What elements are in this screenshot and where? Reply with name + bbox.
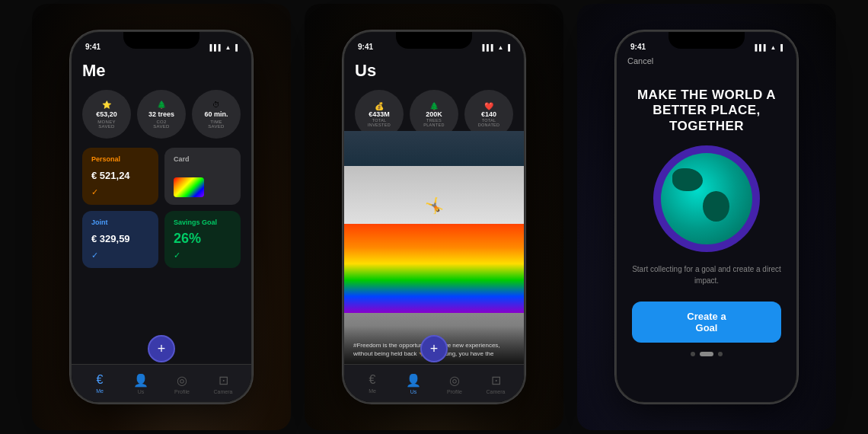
stat-money-saved: ⭐ €53,20 MONEYSAVED <box>82 90 131 139</box>
jump-figure: 🤸 <box>425 196 444 215</box>
wifi-icon-3: ▲ <box>770 44 776 51</box>
notch-2 <box>396 32 472 49</box>
tab-us-label-2: Us <box>410 389 417 394</box>
globe-container <box>657 149 756 248</box>
signal-icon-2: ▌▌▌ <box>482 44 495 51</box>
tab-profile-label-2: Profile <box>447 389 462 394</box>
tab-me-2[interactable]: € Me <box>352 373 393 394</box>
world-description: Start collecting for a goal and create a… <box>632 263 781 286</box>
battery-icon-1: ▐ <box>233 44 238 51</box>
tab-bar-1: € Me 👤 Us ◎ Profile ⊡ Camera <box>72 364 251 402</box>
tab-us-icon-2: 👤 <box>406 373 421 388</box>
tree-icon-2: 🌲 <box>429 102 439 110</box>
status-icons-2: ▌▌▌ ▲ ▐ <box>482 44 510 51</box>
world-content: Make the World a Better Place, Together … <box>617 53 796 402</box>
tab-camera-1[interactable]: ⊡ Camera <box>203 373 244 394</box>
tab-camera-label-2: Camera <box>487 389 506 394</box>
tab-profile-2[interactable]: ◎ Profile <box>434 373 475 394</box>
clock-icon: ⏱ <box>212 101 220 109</box>
us-title: Us <box>355 61 513 81</box>
phone-1: 9:41 ▌▌▌ ▲ ▐ Me ⭐ €53,20 MONEYSAVED <box>70 30 253 404</box>
phone-2-wrapper: 9:41 ▌▌▌ ▲ ▐ Us 💰 €433M TOTALINVESTED <box>305 4 563 430</box>
tab-camera-2[interactable]: ⊡ Camera <box>475 373 516 394</box>
signal-icon-3: ▌▌▌ <box>755 44 767 51</box>
stat-money-label: MONEYSAVED <box>97 120 116 129</box>
phone-2: 9:41 ▌▌▌ ▲ ▐ Us 💰 €433M TOTALINVESTED <box>343 30 525 404</box>
me-screen: 9:41 ▌▌▌ ▲ ▐ Me ⭐ €53,20 MONEYSAVED <box>72 32 251 402</box>
stat-invested-label: TOTALINVESTED <box>368 118 391 127</box>
tab-us-icon-1: 👤 <box>133 373 148 388</box>
battery-icon-3: ▐ <box>778 44 783 51</box>
heart-icon: ❤️ <box>484 102 493 110</box>
tab-profile-icon-2: ◎ <box>449 373 460 388</box>
wifi-icon-1: ▲ <box>225 44 231 51</box>
stat-money-value: €53,20 <box>96 110 117 118</box>
stat-donated-value: €140 <box>481 110 496 118</box>
savings-pct: 26% <box>174 231 231 247</box>
globe <box>661 153 752 244</box>
me-title: Me <box>82 61 241 81</box>
tab-camera-icon-2: ⊡ <box>491 373 501 388</box>
savings-check: ✓ <box>174 251 231 260</box>
tab-camera-icon-1: ⊡ <box>219 373 228 388</box>
joint-check: ✓ <box>91 251 149 260</box>
status-icons-1: ▌▌▌ ▲ ▐ <box>209 44 238 51</box>
tab-camera-label-1: Camera <box>214 389 233 394</box>
phone-1-wrapper: 9:41 ▌▌▌ ▲ ▐ Me ⭐ €53,20 MONEYSAVED <box>32 4 291 430</box>
notch-1 <box>123 32 199 49</box>
stat-co2-label: CO2SAVED <box>153 120 169 129</box>
joint-card[interactable]: Joint € 329,59 ✓ <box>82 211 158 268</box>
tab-profile-label-1: Profile <box>174 389 190 394</box>
pagination-dots <box>691 352 723 356</box>
status-time-1: 9:41 <box>85 43 101 51</box>
phone-3: 9:41 ▌▌▌ ▲ ▐ Cancel Make the World a Bet… <box>615 30 798 404</box>
stat-invested-value: €433M <box>369 110 390 118</box>
photo-feed: 🤸 #Freedom is the opportunity to have ne… <box>344 131 524 364</box>
card-account[interactable]: Card <box>164 148 241 205</box>
euro-icon: ⭐ <box>102 101 111 109</box>
tab-me-label-2: Me <box>369 388 376 394</box>
tab-us-2[interactable]: 👤 Us <box>393 373 434 394</box>
stat-time-saved: ⏱ 60 min. TIMESAVED <box>192 90 241 139</box>
fab-2[interactable]: + <box>420 335 448 362</box>
tab-profile-icon-1: ◎ <box>177 373 187 388</box>
tree-icon-1: 🌲 <box>157 101 166 109</box>
tab-profile-1[interactable]: ◎ Profile <box>161 373 203 394</box>
dot-1 <box>691 352 695 356</box>
personal-label: Personal <box>91 155 149 163</box>
status-icons-3: ▌▌▌ ▲ ▐ <box>755 44 783 51</box>
world-screen: 9:41 ▌▌▌ ▲ ▐ Cancel Make the World a Bet… <box>617 32 796 402</box>
savings-card[interactable]: Savings Goal 26% ✓ <box>164 211 241 268</box>
us-screen: 9:41 ▌▌▌ ▲ ▐ Us 💰 €433M TOTALINVESTED <box>344 32 524 402</box>
joint-amount: € 329,59 <box>91 233 149 244</box>
wifi-icon-2: ▲ <box>497 44 503 51</box>
dot-3 <box>718 352 723 356</box>
tab-me-icon-1: € <box>97 373 104 387</box>
status-time-3: 9:41 <box>630 43 646 51</box>
phone-3-wrapper: 9:41 ▌▌▌ ▲ ▐ Cancel Make the World a Bet… <box>577 4 836 430</box>
tab-us-label-1: Us <box>138 389 145 394</box>
stat-trees-label: TREESPLANTED <box>423 118 444 127</box>
joint-label: Joint <box>91 219 149 226</box>
create-goal-button[interactable]: Create a Goal <box>632 302 781 343</box>
signal-icon-1: ▌▌▌ <box>209 44 222 51</box>
personal-card[interactable]: Personal € 521,24 ✓ <box>82 148 158 205</box>
stat-co2-saved: 🌲 32 trees CO2SAVED <box>137 90 186 139</box>
personal-check: ✓ <box>91 187 149 197</box>
savings-label: Savings Goal <box>174 219 231 226</box>
fab-1[interactable]: + <box>148 335 175 362</box>
money-icon: 💰 <box>375 102 384 110</box>
tab-me-label-1: Me <box>96 388 104 394</box>
tab-me-icon-2: € <box>369 373 376 387</box>
personal-amount: € 521,24 <box>91 170 149 181</box>
tab-bar-2: € Me 👤 Us ◎ Profile ⊡ Camera <box>344 364 524 402</box>
phones-container: 9:41 ▌▌▌ ▲ ▐ Me ⭐ €53,20 MONEYSAVED <box>0 0 868 434</box>
world-title: Make the World a Better Place, Together <box>632 88 781 134</box>
dot-2-active <box>700 352 713 356</box>
globe-land-2 <box>703 191 729 222</box>
tab-me-1[interactable]: € Me <box>79 373 120 394</box>
stat-time-value: 60 min. <box>204 110 228 118</box>
card-visual <box>174 177 204 197</box>
tab-us-1[interactable]: 👤 Us <box>120 373 161 394</box>
me-stats-row: ⭐ €53,20 MONEYSAVED 🌲 32 trees CO2SAVED … <box>82 90 241 139</box>
